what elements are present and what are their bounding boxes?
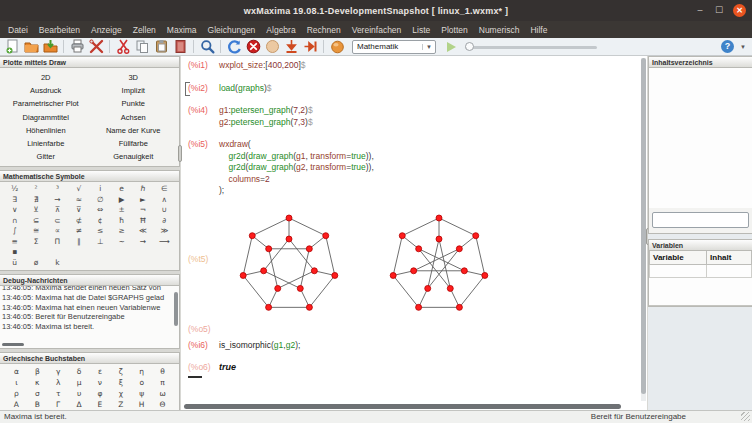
greek-letter-button[interactable]: μ <box>69 377 90 388</box>
cell-code[interactable]: wxplot_size:[400,200]$ <box>219 60 306 72</box>
symbol-button[interactable]: ∝ <box>47 226 68 237</box>
symbol-button[interactable]: ⊆ <box>25 216 46 227</box>
greek-letter-button[interactable]: ο <box>131 377 152 388</box>
toc-filter-input[interactable] <box>652 212 749 228</box>
help-button[interactable]: ? <box>721 40 734 53</box>
help-ball-icon[interactable] <box>329 39 345 55</box>
symbol-button[interactable]: Ħ <box>132 216 153 227</box>
cut-icon[interactable] <box>115 39 131 55</box>
greek-letter-button[interactable]: δ <box>69 366 90 377</box>
save-icon[interactable] <box>42 39 58 55</box>
symbol-button[interactable]: ∪ <box>154 205 175 216</box>
code-cell[interactable]: (%i6)is_isomorphic(g1,g2); <box>185 340 639 352</box>
symbol-button[interactable]: √ <box>68 184 89 195</box>
symbol-button[interactable]: i <box>90 184 111 195</box>
symbol-button[interactable]: ⊂ <box>47 216 68 227</box>
greek-letter-button[interactable]: σ <box>27 388 48 399</box>
draw-tool-button[interactable]: Name der Kurve <box>90 124 178 137</box>
draw-tool-button[interactable]: Linienfarbe <box>2 137 90 150</box>
cell-code[interactable]: wxdraw( gr2d(draw_graph(g1, transform=tr… <box>219 139 374 197</box>
search-icon[interactable] <box>199 39 215 55</box>
symbol-button[interactable]: ⊄ <box>68 216 89 227</box>
menu-item-plotten[interactable]: Plotten <box>441 25 467 35</box>
menu-item-datei[interactable]: Datei <box>8 25 28 35</box>
symbol-button[interactable]: ▪ <box>4 247 25 258</box>
menu-item-anzeige[interactable]: Anzeige <box>91 25 122 35</box>
symbol-button[interactable]: ▶ <box>111 195 132 206</box>
symbol-button[interactable]: ⟶ <box>154 237 175 248</box>
symbol-button[interactable]: ≠ <box>68 226 89 237</box>
help-chevron-icon[interactable]: ▼ <box>740 44 746 50</box>
menu-item-gleichungen[interactable]: Gleichungen <box>208 25 256 35</box>
draw-tool-button[interactable]: Genauigkeit <box>90 150 178 163</box>
table-row[interactable] <box>650 265 752 278</box>
greek-letter-button[interactable]: β <box>27 366 48 377</box>
symbol-button[interactable]: Σ <box>25 237 46 248</box>
greek-letter-button[interactable]: ζ <box>110 366 131 377</box>
maximize-button[interactable]: ☐ <box>714 6 724 15</box>
symbol-button[interactable]: ≫ <box>154 226 175 237</box>
symbol-button[interactable]: Π <box>47 237 68 248</box>
symbol-button[interactable]: k <box>47 258 68 269</box>
evaluate-rest-icon[interactable] <box>302 39 318 55</box>
follow-icon[interactable] <box>264 39 280 55</box>
greek-letter-button[interactable]: ρ <box>6 388 27 399</box>
minimize-button[interactable]: – <box>695 6 705 15</box>
draw-tool-button[interactable]: Ausdruck <box>2 84 90 97</box>
symbol-button[interactable]: ⊻ <box>25 205 46 216</box>
greek-letter-button[interactable]: γ <box>48 366 69 377</box>
symbol-button[interactable]: ü <box>4 258 25 269</box>
symbol-button[interactable]: → <box>132 237 153 248</box>
draw-tool-button[interactable]: 2D <box>2 71 90 84</box>
configure-icon[interactable] <box>88 39 104 55</box>
symbol-button[interactable]: ħ <box>111 216 132 227</box>
symbol-button[interactable]: ≥ <box>111 226 132 237</box>
code-cell[interactable]: (%i1)wxplot_size:[400,200]$ <box>185 60 639 72</box>
plot-output-cell[interactable]: (%t5)(%o5) <box>185 208 639 336</box>
symbol-button[interactable]: ⊽ <box>68 205 89 216</box>
draw-tool-button[interactable]: Diagrammtitel <box>2 111 90 124</box>
greek-letter-button[interactable]: θ <box>152 366 173 377</box>
code-cell[interactable]: (%i4)g1:petersen_graph(7,2)$g2:petersen_… <box>185 105 639 128</box>
menu-item-maxima[interactable]: Maxima <box>167 25 197 35</box>
symbol-button[interactable]: ² <box>25 184 46 195</box>
variable-name-cell[interactable] <box>650 265 707 278</box>
close-button[interactable]: ✕ <box>733 4 746 17</box>
menu-item-bearbeiten[interactable]: Bearbeiten <box>39 25 80 35</box>
greek-letter-button[interactable]: Ε <box>90 399 111 410</box>
symbol-button[interactable]: ∂ <box>154 216 175 227</box>
toc-list[interactable] <box>649 68 752 208</box>
cell-bracket[interactable] <box>185 82 190 97</box>
cell-code[interactable]: load(graphs)$ <box>219 83 272 95</box>
symbol-button[interactable]: ∄ <box>25 195 46 206</box>
symbol-button[interactable]: ⊥ <box>90 237 111 248</box>
menu-item-numerisch[interactable]: Numerisch <box>479 25 520 35</box>
symbol-button[interactable]: ⇔ <box>90 205 111 216</box>
symbol-button[interactable]: ∫ <box>4 226 25 237</box>
slider-knob[interactable] <box>465 42 474 51</box>
recalculate-icon[interactable] <box>226 39 242 55</box>
copy-icon[interactable] <box>134 39 150 55</box>
draw-tool-button[interactable]: Implizit <box>90 84 178 97</box>
delete-icon[interactable] <box>172 39 188 55</box>
greek-letter-button[interactable]: η <box>131 366 152 377</box>
greek-letter-button[interactable]: Γ <box>48 399 69 410</box>
greek-letter-button[interactable]: Θ <box>152 399 173 410</box>
menu-item-vereinfachen[interactable]: Vereinfachen <box>352 25 402 35</box>
symbol-button[interactable]: ⊼ <box>47 205 68 216</box>
open-icon[interactable] <box>23 39 39 55</box>
greek-letter-button[interactable]: α <box>6 366 27 377</box>
draw-tool-button[interactable]: Höhenlinien <box>2 124 90 137</box>
draw-tool-button[interactable]: Gitter <box>2 150 90 163</box>
greek-letter-button[interactable]: ξ <box>110 377 131 388</box>
symbol-button[interactable]: ℏ <box>132 184 153 195</box>
cell-code[interactable]: g1:petersen_graph(7,2)$g2:petersen_graph… <box>219 105 313 128</box>
symbol-button[interactable]: ½ <box>4 184 25 195</box>
menu-item-hilfe[interactable]: Hilfe <box>530 25 547 35</box>
symbol-button[interactable]: e <box>111 184 132 195</box>
greek-letter-button[interactable]: Α <box>6 399 27 410</box>
greek-letter-button[interactable]: ε <box>90 366 111 377</box>
petersen-graph-plot-1[interactable] <box>219 212 359 334</box>
insertion-caret[interactable] <box>188 376 202 378</box>
code-cell[interactable]: (%i5)wxdraw( gr2d(draw_graph(g1, transfo… <box>185 139 639 197</box>
